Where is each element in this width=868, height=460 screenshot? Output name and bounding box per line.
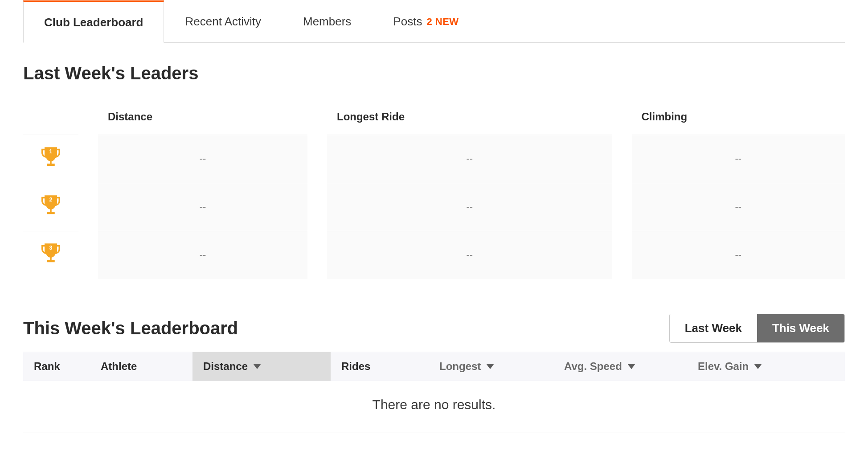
col-label: Avg. Speed <box>564 360 622 373</box>
leaderboard-columns: Rank Athlete Distance Rides Longest Avg.… <box>23 352 845 381</box>
col-label: Rides <box>341 360 370 373</box>
no-results-message: There are no results. <box>23 381 845 432</box>
col-athlete[interactable]: Athlete <box>90 352 192 381</box>
leaders-cell-longest: -- <box>327 231 612 279</box>
col-label: Longest <box>439 360 481 373</box>
leaders-col-distance: Distance <box>98 103 307 135</box>
tab-label: Members <box>303 15 351 29</box>
leaderboard-title: This Week's Leaderboard <box>23 318 238 338</box>
tab-recent-activity[interactable]: Recent Activity <box>164 0 282 43</box>
svg-text:2: 2 <box>49 197 53 203</box>
leaders-cell-climbing: -- <box>632 231 845 279</box>
leaders-cell-longest: -- <box>327 135 612 183</box>
col-longest[interactable]: Longest <box>429 352 553 381</box>
tab-bar: Club Leaderboard Recent Activity Members… <box>23 0 845 43</box>
week-toggle-group: Last Week This Week <box>669 314 845 343</box>
col-avg-speed[interactable]: Avg. Speed <box>553 352 687 381</box>
leaders-col-longest: Longest Ride <box>327 103 612 135</box>
col-rides[interactable]: Rides <box>331 352 429 381</box>
sort-desc-icon <box>627 364 635 369</box>
tab-label: Recent Activity <box>185 15 261 29</box>
leaders-col-rank <box>23 103 78 135</box>
sort-desc-icon <box>486 364 494 369</box>
posts-new-badge: 2 NEW <box>426 16 459 28</box>
leaders-row: 2 -- -- -- <box>23 183 845 231</box>
svg-text:3: 3 <box>49 245 53 251</box>
leaders-title: Last Week's Leaders <box>23 63 845 83</box>
leaders-table: Distance Longest Ride Climbing 1 <box>23 102 845 279</box>
col-label: Athlete <box>101 360 137 373</box>
trophy-1-icon: 1 <box>38 145 63 170</box>
trophy-3-icon: 3 <box>38 241 63 266</box>
tab-club-leaderboard[interactable]: Club Leaderboard <box>23 0 164 43</box>
col-label: Elev. Gain <box>698 360 749 373</box>
leaders-cell-climbing: -- <box>632 183 845 231</box>
sort-desc-icon <box>754 364 762 369</box>
leaders-cell-distance: -- <box>98 231 307 279</box>
col-elev-gain[interactable]: Elev. Gain <box>687 352 845 381</box>
col-rank[interactable]: Rank <box>23 352 90 381</box>
sort-desc-icon <box>253 364 261 369</box>
tab-label: Club Leaderboard <box>44 16 143 29</box>
leaders-cell-distance: -- <box>98 135 307 183</box>
leaders-col-climbing: Climbing <box>632 103 845 135</box>
col-distance[interactable]: Distance <box>192 352 331 381</box>
svg-text:1: 1 <box>49 148 53 155</box>
col-label: Distance <box>203 360 248 373</box>
tab-label: Posts <box>393 15 422 29</box>
leaders-cell-longest: -- <box>327 183 612 231</box>
leaders-cell-distance: -- <box>98 183 307 231</box>
tab-posts[interactable]: Posts 2 NEW <box>372 0 479 43</box>
tab-members[interactable]: Members <box>282 0 372 43</box>
toggle-this-week[interactable]: This Week <box>757 314 844 342</box>
toggle-last-week[interactable]: Last Week <box>670 314 757 342</box>
col-label: Rank <box>34 360 60 373</box>
trophy-2-icon: 2 <box>38 193 63 218</box>
leaders-row: 3 -- -- -- <box>23 231 845 279</box>
leaders-cell-climbing: -- <box>632 135 845 183</box>
leaders-row: 1 -- -- -- <box>23 135 845 183</box>
